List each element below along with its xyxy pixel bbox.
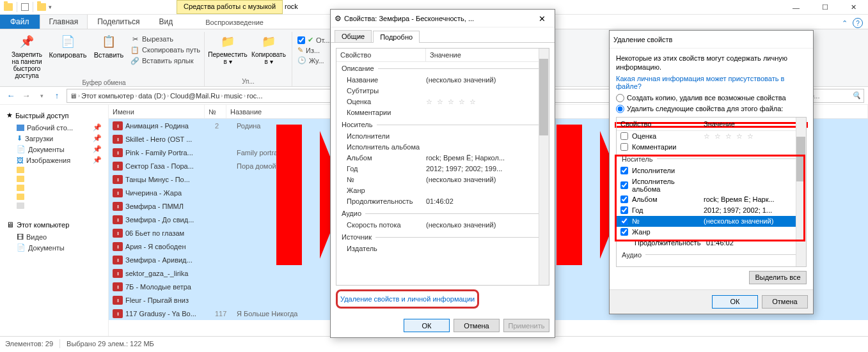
tab-share[interactable]: Поделиться <box>88 14 149 29</box>
audio-file-icon <box>113 296 123 305</box>
ribbon-checkbox[interactable]: 🕒Жу... <box>297 56 330 65</box>
dialog-titlebar[interactable]: Удаление свойств <box>610 31 813 49</box>
qat-overflow[interactable]: ▾ <box>49 4 52 10</box>
check-row[interactable]: Год2012; 1997; 2002; 1... <box>617 205 806 216</box>
file-tab[interactable]: Файл <box>0 15 40 29</box>
prop-row[interactable]: Год2012; 1997; 2002; 199... <box>336 164 549 174</box>
pin-to-quick-access-button[interactable]: 📌 Закрепить на панели быстрого доступа <box>8 32 46 79</box>
cut-button[interactable]: ✂Вырезать <box>130 34 200 43</box>
up-button[interactable]: ↑ <box>50 89 64 103</box>
check-row[interactable]: Жанр <box>617 227 806 238</box>
breadcrumb[interactable]: roc... <box>247 92 262 100</box>
close-button[interactable]: ✕ <box>839 0 868 15</box>
check-row[interactable]: №(несколько значений) <box>617 216 806 227</box>
tab-view[interactable]: Вид <box>149 14 182 29</box>
property-checklist: Свойство Значение Оценка☆ ☆ ☆ ☆ ☆ Коммен… <box>616 117 807 267</box>
audio-file-icon <box>113 175 123 184</box>
apply-button[interactable]: Применить <box>503 319 549 332</box>
nav-folder[interactable] <box>3 201 106 210</box>
copy-path-button[interactable]: 📋Скопировать путь <box>130 45 200 54</box>
ribbon-group-organize: 📁 Переместить в ▾ 📁 Копировать в ▾ Уп... <box>205 32 292 86</box>
ok-button[interactable]: ОК <box>404 319 450 332</box>
quick-access-header[interactable]: ★Быстрый доступ <box>3 109 106 122</box>
radio-remove-selected[interactable]: Удалить следующие свойства для этого фай… <box>616 103 807 114</box>
column-name[interactable]: Имени <box>109 105 205 118</box>
check-row[interactable]: Оценка☆ ☆ ☆ ☆ ☆ <box>617 131 806 142</box>
tab-general[interactable]: Общие <box>335 30 372 42</box>
prop-row[interactable]: Оценка☆ ☆ ☆ ☆ ☆ <box>336 96 549 107</box>
dialog-close-button[interactable]: ✕ <box>529 10 555 27</box>
paste-shortcut-button[interactable]: 🔗Вставить ярлык <box>130 56 200 65</box>
check-row[interactable]: Исполнитель альбома <box>617 176 806 194</box>
nav-pictures[interactable]: 🖼Изображения📌 <box>3 155 106 165</box>
nav-documents[interactable]: 📄Документы📌 <box>3 144 106 155</box>
ribbon-collapse-icon[interactable]: ⌃ <box>842 19 848 27</box>
rating-stars[interactable]: ☆ ☆ ☆ ☆ ☆ <box>426 98 544 106</box>
header-value[interactable]: Значение <box>426 49 549 61</box>
prop-row[interactable]: №(несколько значений) <box>336 174 549 185</box>
header-value[interactable]: Значение <box>700 118 806 130</box>
help-icon[interactable]: ? <box>853 18 863 28</box>
copy-to-button[interactable]: 📁 Копировать в ▾ <box>249 32 288 65</box>
prop-row[interactable]: Продолжительность01:46:02 <box>336 196 549 207</box>
nav-folder[interactable] <box>3 183 106 192</box>
header-property[interactable]: Свойство <box>336 49 426 61</box>
nav-folder[interactable] <box>3 192 106 201</box>
folder-icon[interactable] <box>37 3 46 11</box>
ok-button[interactable]: ОК <box>712 295 758 309</box>
audio-file-icon <box>113 282 123 291</box>
tab-details[interactable]: Подробно <box>373 31 420 43</box>
nav-downloads[interactable]: ⬇Загрузки📌 <box>3 133 106 144</box>
prop-row[interactable]: Исполнители <box>336 131 549 142</box>
this-pc-header[interactable]: 🖥Этот компьютер <box>3 218 106 232</box>
forward-button[interactable]: → <box>19 89 33 103</box>
check-row[interactable]: Продолжительность01:46:02 <box>617 238 806 249</box>
scrollbar[interactable] <box>539 49 549 285</box>
prop-row[interactable]: Жанр <box>336 185 549 196</box>
tab-home[interactable]: Главная <box>40 14 88 29</box>
dialog-titlebar[interactable]: ⚙ Свойства: Земфира - Бесконечность, ...… <box>331 10 555 27</box>
back-button[interactable]: ← <box>4 89 18 103</box>
breadcrumb[interactable]: data (D:) <box>138 92 166 100</box>
nav-documents2[interactable]: 📄Документы <box>3 242 106 253</box>
prop-row[interactable]: Исполнитель альбома <box>336 142 549 153</box>
select-all-button[interactable]: Выделить все <box>749 271 807 284</box>
check-row[interactable]: Исполнители <box>617 165 806 176</box>
copy-button[interactable]: 📄 Копировать <box>49 32 87 59</box>
check-row[interactable]: Альбомrock; Время Ё; Нарк... <box>617 194 806 205</box>
nav-desktop[interactable]: Рабочий сто...📌 <box>3 122 106 133</box>
check-row[interactable]: Комментарии <box>617 142 806 153</box>
cancel-button[interactable]: Отмена <box>762 295 808 309</box>
nav-folder[interactable] <box>3 165 106 174</box>
tab-playback[interactable]: Воспроизведение <box>186 16 283 29</box>
audio-file-icon <box>113 256 123 264</box>
cut-icon: ✂ <box>130 34 139 43</box>
prop-row[interactable]: Альбомrock; Время Ё; Наркол... <box>336 153 549 164</box>
breadcrumb[interactable]: music <box>224 92 242 100</box>
recent-locations-button[interactable]: ▾ <box>35 89 49 103</box>
nav-video[interactable]: 🎞Видео <box>3 232 106 242</box>
info-link[interactable]: Какая личная информация может присутство… <box>616 72 807 93</box>
prop-row[interactable]: Издатель <box>336 243 549 254</box>
maximize-button[interactable]: ☐ <box>810 0 839 15</box>
move-to-button[interactable]: 📁 Переместить в ▾ <box>209 32 247 65</box>
remove-properties-link[interactable]: Удаление свойств и личной информации <box>340 293 475 305</box>
prop-row[interactable]: Скорость потока(несколько значений) <box>336 220 549 231</box>
scrollbar[interactable] <box>796 118 806 266</box>
minimize-button[interactable]: — <box>782 0 810 15</box>
radio-create-copy[interactable]: Создать копию, удалив все возможные свой… <box>616 93 807 103</box>
column-track[interactable]: № <box>205 105 226 118</box>
prop-row[interactable]: Субтитры <box>336 86 549 96</box>
ribbon-checkbox[interactable]: ✔От... <box>297 36 330 44</box>
prop-row[interactable]: Название(несколько значений) <box>336 75 549 86</box>
header-property[interactable]: Свойство <box>617 118 700 130</box>
qat-item[interactable] <box>21 3 29 11</box>
prop-row[interactable]: Комментарии <box>336 107 549 118</box>
shortcut-icon: 🔗 <box>130 56 139 65</box>
nav-folder[interactable] <box>3 174 106 183</box>
paste-button[interactable]: 📋 Вставить <box>90 32 128 59</box>
ribbon-checkbox[interactable]: ✎Из... <box>297 46 330 54</box>
breadcrumb[interactable]: Cloud@Mail.Ru <box>170 92 219 100</box>
breadcrumb[interactable]: Этот компьютер <box>81 92 134 100</box>
cancel-button[interactable]: Отмена <box>454 319 500 332</box>
